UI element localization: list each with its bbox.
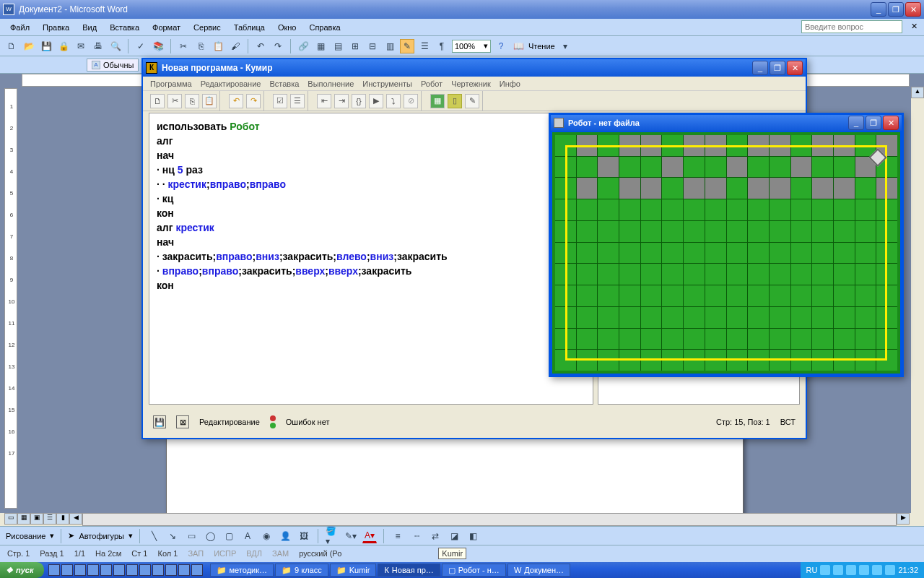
dash-icon[interactable]: ┄: [409, 529, 424, 543]
ktb-indent-right-icon[interactable]: ⇥: [334, 94, 349, 108]
paste-icon[interactable]: 📋: [211, 39, 225, 53]
table-grid-icon[interactable]: ▦: [313, 39, 328, 53]
horizontal-scrollbar[interactable]: [82, 513, 897, 526]
ql-icon[interactable]: [139, 564, 151, 576]
columns-icon[interactable]: ▥: [383, 39, 397, 53]
kstatus-save-icon[interactable]: 💾: [153, 415, 166, 428]
ktb-copy-icon[interactable]: ⎘: [185, 94, 199, 108]
copy-icon[interactable]: ⎘: [193, 39, 208, 53]
outline-view-icon[interactable]: ☰: [43, 513, 56, 525]
toolbar-options-icon[interactable]: ▾: [558, 39, 572, 53]
ktb-paste-icon[interactable]: 📋: [202, 94, 217, 108]
taskbar-task[interactable]: 📁Kumir: [330, 564, 377, 577]
ktb-run-icon[interactable]: ▶: [369, 94, 383, 108]
ktb-indent-left-icon[interactable]: ⇤: [317, 94, 331, 108]
ktb-check-icon[interactable]: ☑: [273, 94, 287, 108]
reading-label[interactable]: Чтение: [528, 42, 555, 51]
scroll-up-icon[interactable]: ▲: [911, 87, 924, 98]
taskbar-task[interactable]: КНовая пр…: [378, 564, 440, 577]
autoshapes-button[interactable]: Автофигуры: [79, 532, 124, 540]
hscroll-left-icon[interactable]: ◀: [69, 513, 82, 525]
line-icon[interactable]: ╲: [147, 529, 161, 543]
kumir-close-button[interactable]: ✕: [787, 61, 803, 75]
kmenu-run[interactable]: Выполнение: [308, 79, 354, 88]
ktb-list-icon[interactable]: ☰: [290, 94, 305, 108]
ql-icon[interactable]: [152, 564, 164, 576]
menu-table[interactable]: Таблица: [228, 21, 271, 34]
menu-file[interactable]: Файл: [4, 21, 35, 34]
picture-icon[interactable]: 🖼: [297, 529, 311, 543]
kmenu-info[interactable]: Инфо: [500, 79, 520, 88]
help-icon[interactable]: ?: [494, 39, 508, 53]
font-color-icon[interactable]: A▾: [362, 529, 377, 543]
help-search-input[interactable]: [801, 20, 902, 33]
print-icon[interactable]: 🖶: [91, 39, 105, 53]
robot-field[interactable]: [552, 132, 900, 374]
ql-icon[interactable]: [74, 564, 86, 576]
insert-table-icon[interactable]: ⊞: [348, 39, 362, 53]
ql-icon[interactable]: [61, 564, 73, 576]
ktb-stop-icon[interactable]: ⊘: [404, 94, 418, 108]
kumir-minimize-button[interactable]: _: [752, 61, 768, 75]
kmenu-robot[interactable]: Робот: [421, 79, 443, 88]
ql-icon[interactable]: [48, 564, 60, 576]
vertical-scrollbar[interactable]: ▲: [911, 87, 924, 513]
mail-icon[interactable]: ✉: [74, 39, 88, 53]
robot-close-button[interactable]: ✕: [883, 116, 899, 130]
ql-icon[interactable]: [165, 564, 177, 576]
tray-clock[interactable]: 21:32: [898, 566, 918, 574]
undo-icon[interactable]: ↶: [253, 39, 268, 53]
code-editor[interactable]: использовать Роботалгнач· нц 5 раз· · кр…: [149, 113, 593, 405]
doc-close-button[interactable]: ✕: [908, 22, 920, 33]
ql-icon[interactable]: [87, 564, 99, 576]
tables-borders-icon[interactable]: ▤: [331, 39, 345, 53]
ktb-cut-icon[interactable]: ✂: [167, 94, 182, 108]
clipart-icon[interactable]: 👤: [278, 529, 292, 543]
ktb-pen-icon[interactable]: ✎: [465, 94, 479, 108]
taskbar-task[interactable]: ▢Робот - н…: [442, 564, 506, 577]
start-button[interactable]: ❖ пуск: [0, 562, 44, 578]
preview-icon[interactable]: 🔍: [108, 39, 123, 53]
vertical-ruler[interactable]: 1234567891011121314151617: [4, 88, 17, 509]
taskbar-task[interactable]: 📁9 класс: [275, 564, 328, 577]
ql-icon[interactable]: [126, 564, 138, 576]
ql-icon[interactable]: [100, 564, 112, 576]
tray-icon[interactable]: [885, 565, 895, 575]
excel-icon[interactable]: ⊟: [365, 39, 380, 53]
research-icon[interactable]: 📚: [151, 39, 165, 53]
maximize-button[interactable]: ❐: [888, 2, 904, 17]
oval-icon[interactable]: ◯: [203, 529, 217, 543]
kumir-titlebar[interactable]: К Новая программа - Кумир _ ❐ ✕: [143, 59, 806, 77]
ktb-new-icon[interactable]: 🗋: [150, 94, 165, 108]
paragraph-icon[interactable]: ¶: [435, 39, 449, 53]
docmap-icon[interactable]: ☰: [417, 39, 432, 53]
kmenu-drawer[interactable]: Чертежник: [451, 79, 491, 88]
reading-icon[interactable]: 📖: [511, 39, 526, 53]
format-painter-icon[interactable]: 🖌: [228, 39, 243, 53]
menu-format[interactable]: Формат: [147, 21, 186, 34]
arrow-style-icon[interactable]: ⇄: [428, 529, 443, 543]
ktb-field-icon[interactable]: ▯: [448, 94, 462, 108]
menu-help[interactable]: Справка: [303, 21, 346, 34]
redo-icon[interactable]: ↷: [271, 39, 285, 53]
menu-window[interactable]: Окно: [272, 21, 302, 34]
line-color-icon[interactable]: ✎▾: [344, 529, 358, 543]
print-view-icon[interactable]: ▣: [30, 513, 43, 525]
kmenu-insert[interactable]: Вставка: [269, 79, 299, 88]
ktb-grid-icon[interactable]: ▦: [430, 94, 445, 108]
tray-icon[interactable]: [833, 565, 843, 575]
menu-view[interactable]: Вид: [77, 21, 103, 34]
permission-icon[interactable]: 🔒: [56, 39, 71, 53]
open-icon[interactable]: 📂: [22, 39, 36, 53]
robot-titlebar[interactable]: Робот - нет файла _ ❐ ✕: [551, 115, 902, 131]
minimize-button[interactable]: _: [871, 2, 886, 17]
textbox-icon[interactable]: ▢: [222, 529, 236, 543]
ktb-undo-icon[interactable]: ↶: [229, 94, 243, 108]
menu-insert[interactable]: Вставка: [104, 21, 145, 34]
ql-icon[interactable]: [113, 564, 125, 576]
fill-icon[interactable]: 🪣▾: [325, 529, 339, 543]
kmenu-tools[interactable]: Инструменты: [362, 79, 412, 88]
ktb-redo-icon[interactable]: ↷: [246, 94, 261, 108]
zoom-combo[interactable]: 100%▾: [452, 40, 491, 53]
line-style-icon[interactable]: ≡: [391, 529, 405, 543]
